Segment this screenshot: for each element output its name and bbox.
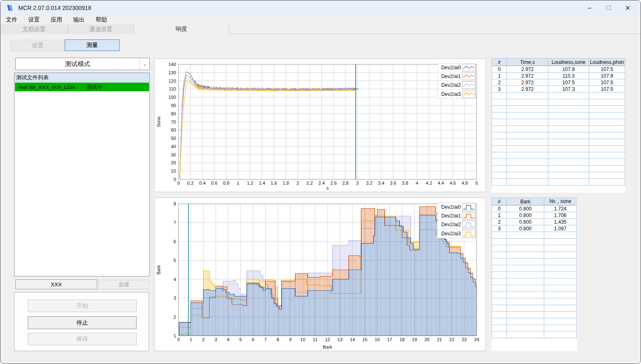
tab-document-settings[interactable]: 文档设置 (0, 24, 68, 34)
table-row[interactable]: 32.972107.3107.5 (492, 86, 625, 93)
table-row[interactable] (492, 298, 577, 305)
table-row[interactable] (492, 332, 577, 338)
svg-text:23: 23 (462, 337, 467, 342)
legend-item[interactable]: Dev2/ai2 (438, 81, 475, 90)
table-cell (492, 332, 507, 338)
tab-loudness[interactable]: 响度 (134, 24, 229, 34)
legend-item[interactable]: Dev2/ai3 (438, 229, 475, 238)
table-row[interactable] (492, 132, 625, 139)
xxx-button[interactable]: XXX (15, 279, 97, 289)
legend-item[interactable]: Dev2/ai2 (438, 220, 475, 229)
table-row[interactable] (492, 272, 577, 278)
table-cell (507, 278, 544, 285)
table-row[interactable] (492, 312, 577, 318)
menu-help[interactable]: 帮助 (90, 16, 113, 24)
column-header[interactable]: Loudness,sone (548, 59, 589, 66)
table-row[interactable] (492, 172, 625, 179)
menu-settings[interactable]: 设置 (23, 16, 45, 24)
menu-file[interactable]: 文件 (0, 16, 23, 24)
svg-text:24: 24 (474, 337, 479, 342)
table-cell (492, 278, 507, 285)
table-row[interactable] (492, 166, 625, 172)
test-mode-select[interactable]: 测试模式 ⌄ (15, 58, 150, 70)
column-header[interactable]: Time,s (506, 59, 548, 66)
table-row[interactable] (492, 278, 577, 285)
table-row[interactable] (492, 106, 625, 112)
table-row[interactable] (492, 239, 577, 245)
setup-subtab-button[interactable]: 设置 (11, 40, 65, 51)
table-row[interactable]: 30.8001.097 (492, 225, 577, 232)
svg-text:6: 6 (252, 337, 254, 342)
svg-text:22: 22 (449, 337, 454, 342)
table-row[interactable] (492, 232, 577, 239)
table-cell: 2.972 (506, 79, 548, 86)
new-button[interactable]: 新建 (98, 280, 149, 289)
table-row[interactable] (492, 318, 577, 325)
table-row[interactable] (492, 252, 577, 259)
table-row[interactable]: 20.8001.435 (492, 219, 577, 225)
table-cell (548, 179, 589, 186)
legend-item[interactable]: Dev2/ai1 (438, 72, 475, 81)
table-row[interactable]: 00.8001.724 (492, 205, 577, 212)
table-cell (589, 119, 625, 126)
legend-item[interactable]: Dev2/ai1 (438, 212, 475, 220)
close-button[interactable]: ✕ (618, 1, 637, 15)
table-row[interactable] (492, 179, 625, 186)
table-cell: 107.5 (589, 66, 625, 73)
svg-text:20: 20 (171, 160, 176, 165)
chart-specific-svg: 0123456789101112131415161718192021222324… (154, 198, 486, 351)
table-cell (548, 126, 589, 132)
svg-text:2: 2 (296, 181, 299, 186)
list-item-test-file[interactable]: Test 88_XXX_009_LDN 测试中 (15, 83, 149, 91)
title-bar: MCR 2.07.0.014 202300918 – ✕ (0, 0, 641, 15)
menu-apply[interactable]: 应用 (45, 16, 68, 24)
tab-channel-settings[interactable]: 通道设置 (68, 24, 134, 34)
table-row[interactable] (492, 265, 577, 272)
start-button[interactable]: 开始 (28, 300, 137, 312)
table-row[interactable]: 02.972107.8107.5 (492, 66, 625, 73)
legend-item[interactable]: Dev2/ai3 (438, 90, 475, 98)
table-row[interactable] (492, 325, 577, 332)
svg-text:11: 11 (313, 337, 317, 342)
table-row[interactable] (492, 259, 577, 265)
table-row[interactable] (492, 119, 625, 126)
table-row[interactable]: 12.972110.3107.9 (492, 73, 625, 79)
table-row[interactable] (492, 126, 625, 132)
chevron-down-icon[interactable]: ⌄ (139, 58, 149, 70)
results-table: #Time,sLoudness,soneLoudness,phon02.9721… (492, 58, 625, 186)
table-row[interactable] (492, 93, 625, 99)
column-header[interactable]: Loudness,phon (589, 59, 625, 66)
svg-text:130: 130 (169, 70, 176, 75)
table-row[interactable] (492, 152, 625, 159)
column-header[interactable]: # (492, 198, 507, 205)
minimize-button[interactable]: – (580, 1, 599, 15)
app-window: MCR 2.07.0.014 202300918 – ✕ 文件 设置 应用 输出… (0, 0, 641, 364)
table-row[interactable] (492, 292, 577, 298)
column-header[interactable]: Ns，sone (544, 198, 577, 205)
maximize-button[interactable] (599, 1, 618, 15)
column-header[interactable]: # (492, 59, 507, 66)
svg-text:60: 60 (171, 127, 176, 132)
save-button[interactable]: 保存 (28, 333, 137, 345)
table-row[interactable] (492, 245, 577, 252)
stop-button[interactable]: 停止 (28, 316, 137, 329)
table-row[interactable]: 22.972107.5107.5 (492, 79, 625, 86)
line-sample-icon (462, 81, 475, 89)
table-row[interactable] (492, 112, 625, 119)
legend-item[interactable]: Dev2/ai0 (438, 203, 475, 212)
table-row[interactable] (492, 146, 625, 152)
column-header[interactable]: Bark (507, 198, 544, 205)
table-row[interactable] (492, 159, 625, 166)
table-row[interactable]: 10.8001.706 (492, 212, 577, 219)
svg-text:3: 3 (356, 181, 359, 186)
legend-item[interactable]: Dev2/ai0 (438, 64, 475, 72)
svg-text:0: 0 (177, 337, 180, 342)
table-row[interactable] (492, 305, 577, 312)
measure-subtab-button[interactable]: 测量 (65, 39, 120, 51)
table-row[interactable] (492, 139, 625, 146)
y-axis-label: Sone (156, 117, 161, 127)
table-row[interactable] (492, 285, 577, 292)
svg-text:4: 4 (227, 337, 230, 342)
table-row[interactable] (492, 99, 625, 106)
menu-output[interactable]: 输出 (68, 16, 90, 24)
